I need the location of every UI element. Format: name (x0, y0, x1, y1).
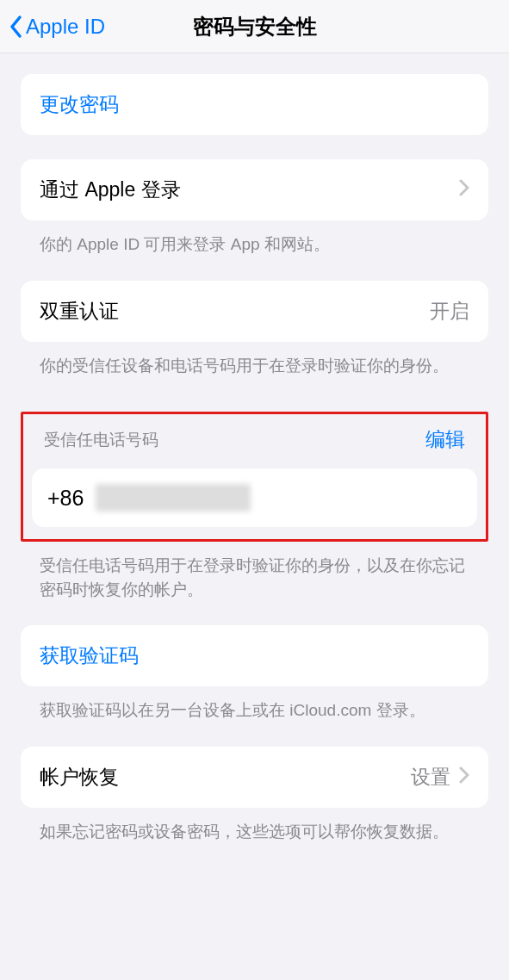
group-two-factor: 双重认证 开启 你的受信任设备和电话号码用于在登录时验证你的身份。 (21, 281, 488, 378)
get-code-footer: 获取验证码以在另一台设备上或在 iCloud.com 登录。 (21, 686, 488, 723)
change-password-row[interactable]: 更改密码 (21, 74, 488, 135)
trusted-phone-row[interactable]: +86 (32, 468, 477, 527)
back-label: Apple ID (26, 15, 105, 39)
page-title: 密码与安全性 (193, 13, 317, 40)
two-factor-label: 双重认证 (40, 298, 119, 325)
group-sign-in-apple: 通过 Apple 登录 你的 Apple ID 可用来登录 App 和网站。 (21, 159, 488, 257)
sign-in-apple-row[interactable]: 通过 Apple 登录 (21, 159, 488, 220)
nav-bar: Apple ID 密码与安全性 (0, 0, 509, 53)
account-recovery-value: 设置 (411, 764, 450, 791)
group-account-recovery: 帐户恢复 设置 如果忘记密码或设备密码，这些选项可以帮你恢复数据。 (21, 747, 488, 844)
two-factor-value: 开启 (430, 298, 469, 325)
back-button[interactable]: Apple ID (0, 15, 105, 39)
get-code-row[interactable]: 获取验证码 (21, 625, 488, 686)
change-password-label: 更改密码 (40, 91, 119, 118)
group-change-password: 更改密码 (21, 74, 488, 135)
trusted-phone-highlight: 受信任电话号码 编辑 +86 (21, 412, 488, 542)
trusted-phone-edit-button[interactable]: 编辑 (425, 426, 465, 453)
get-code-label: 获取验证码 (40, 642, 139, 669)
trusted-phone-footer: 受信任电话号码用于在登录时验证你的身份，以及在你忘记密码时恢复你的帐户。 (21, 542, 488, 601)
two-factor-row[interactable]: 双重认证 开启 (21, 281, 488, 342)
chevron-right-icon (459, 178, 469, 202)
two-factor-footer: 你的受信任设备和电话号码用于在登录时验证你的身份。 (21, 342, 488, 378)
group-get-code: 获取验证码 获取验证码以在另一台设备上或在 iCloud.com 登录。 (21, 625, 488, 723)
sign-in-apple-footer: 你的 Apple ID 可用来登录 App 和网站。 (21, 220, 488, 257)
trusted-phone-number-redacted (96, 484, 251, 512)
account-recovery-label: 帐户恢复 (40, 764, 119, 791)
chevron-right-icon (459, 766, 469, 789)
chevron-left-icon (9, 15, 22, 39)
account-recovery-footer: 如果忘记密码或设备密码，这些选项可以帮你恢复数据。 (21, 808, 488, 844)
account-recovery-row[interactable]: 帐户恢复 设置 (21, 747, 488, 808)
trusted-phone-header: 受信任电话号码 编辑 (32, 423, 477, 468)
trusted-phone-header-label: 受信任电话号码 (44, 429, 158, 451)
sign-in-apple-label: 通过 Apple 登录 (40, 177, 181, 203)
trusted-phone-prefix: +86 (47, 486, 84, 511)
